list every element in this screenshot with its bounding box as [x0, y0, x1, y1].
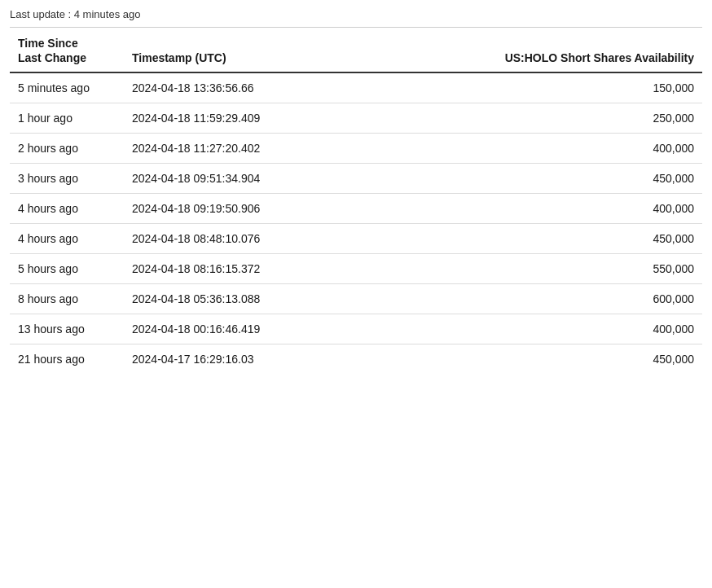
cell-time-since: 3 hours ago [10, 164, 124, 194]
header-time-since: Time SinceLast Change [10, 29, 124, 72]
table-header-row: Time SinceLast Change Timestamp (UTC) US… [10, 29, 702, 72]
table-row: 4 hours ago2024-04-18 09:19:50.906400,00… [10, 194, 702, 224]
table-row: 3 hours ago2024-04-18 09:51:34.904450,00… [10, 164, 702, 194]
cell-timestamp: 2024-04-18 08:16:15.372 [124, 254, 303, 284]
cell-availability: 400,000 [303, 194, 702, 224]
cell-timestamp: 2024-04-18 09:51:34.904 [124, 164, 303, 194]
cell-time-since: 21 hours ago [10, 344, 124, 375]
table-body: 5 minutes ago2024-04-18 13:36:56.66150,0… [10, 72, 702, 374]
cell-availability: 250,000 [303, 103, 702, 134]
cell-time-since: 1 hour ago [10, 103, 124, 134]
table-row: 4 hours ago2024-04-18 08:48:10.076450,00… [10, 224, 702, 254]
cell-time-since: 2 hours ago [10, 134, 124, 164]
data-table: Time SinceLast Change Timestamp (UTC) US… [10, 29, 702, 374]
cell-time-since: 8 hours ago [10, 284, 124, 314]
cell-timestamp: 2024-04-17 16:29:16.03 [124, 344, 303, 375]
cell-availability: 450,000 [303, 224, 702, 254]
cell-timestamp: 2024-04-18 11:27:20.402 [124, 134, 303, 164]
table-row: 5 minutes ago2024-04-18 13:36:56.66150,0… [10, 72, 702, 103]
cell-timestamp: 2024-04-18 00:16:46.419 [124, 314, 303, 344]
cell-time-since: 4 hours ago [10, 224, 124, 254]
table-row: 8 hours ago2024-04-18 05:36:13.088600,00… [10, 284, 702, 314]
last-update-text: Last update : 4 minutes ago [10, 8, 140, 20]
cell-time-since: 4 hours ago [10, 194, 124, 224]
table-row: 2 hours ago2024-04-18 11:27:20.402400,00… [10, 134, 702, 164]
table-row: 21 hours ago2024-04-17 16:29:16.03450,00… [10, 344, 702, 375]
cell-timestamp: 2024-04-18 13:36:56.66 [124, 72, 303, 103]
cell-timestamp: 2024-04-18 09:19:50.906 [124, 194, 303, 224]
cell-time-since: 5 hours ago [10, 254, 124, 284]
cell-availability: 600,000 [303, 284, 702, 314]
cell-timestamp: 2024-04-18 11:59:29.409 [124, 103, 303, 134]
last-update-bar: Last update : 4 minutes ago [10, 8, 702, 28]
header-timestamp: Timestamp (UTC) [124, 29, 303, 72]
cell-time-since: 13 hours ago [10, 314, 124, 344]
cell-availability: 450,000 [303, 344, 702, 375]
cell-availability: 150,000 [303, 72, 702, 103]
cell-availability: 400,000 [303, 134, 702, 164]
cell-timestamp: 2024-04-18 05:36:13.088 [124, 284, 303, 314]
cell-time-since: 5 minutes ago [10, 72, 124, 103]
table-row: 1 hour ago2024-04-18 11:59:29.409250,000 [10, 103, 702, 134]
cell-availability: 550,000 [303, 254, 702, 284]
header-availability: US:HOLO Short Shares Availability [303, 29, 702, 72]
cell-availability: 400,000 [303, 314, 702, 344]
table-row: 13 hours ago2024-04-18 00:16:46.419400,0… [10, 314, 702, 344]
table-row: 5 hours ago2024-04-18 08:16:15.372550,00… [10, 254, 702, 284]
cell-availability: 450,000 [303, 164, 702, 194]
cell-timestamp: 2024-04-18 08:48:10.076 [124, 224, 303, 254]
